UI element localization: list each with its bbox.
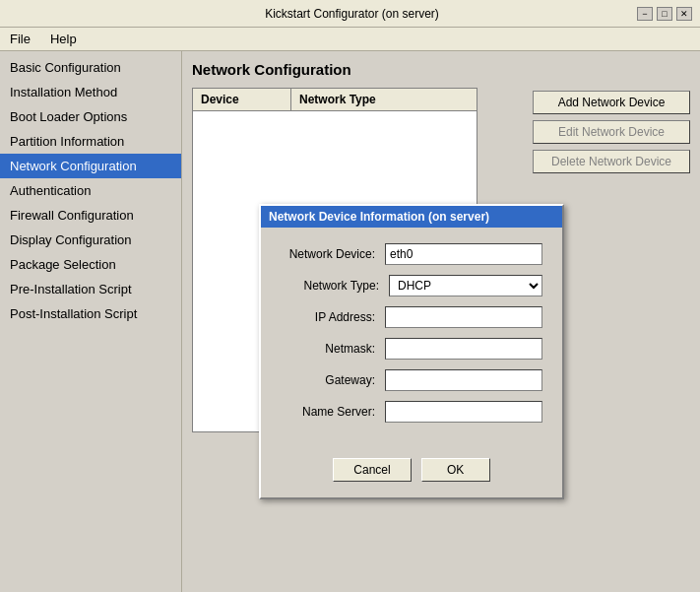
ip-address-label: IP Address: [281,310,385,324]
action-buttons: Add Network Device Edit Network Device D… [533,91,690,173]
edit-network-device-button[interactable]: Edit Network Device [533,120,690,144]
sidebar-item-basic-configuration[interactable]: Basic Configuration [0,55,181,80]
sidebar: Basic Configuration Installation Method … [0,51,182,592]
window-title: Kickstart Configurator (on server) [67,7,637,21]
sidebar-item-boot-loader-options[interactable]: Boot Loader Options [0,104,181,129]
table-header: Device Network Type [193,89,477,111]
title-bar: Kickstart Configurator (on server) − □ ✕ [0,0,700,28]
add-network-device-button[interactable]: Add Network Device [533,91,690,114]
network-device-label: Network Device: [281,247,385,261]
sidebar-item-package-selection[interactable]: Package Selection [0,252,181,277]
delete-network-device-button[interactable]: Delete Network Device [533,150,690,173]
dialog-title: Network Device Information (on server) [261,206,562,228]
close-button[interactable]: ✕ [676,7,692,21]
page-title: Network Configuration [192,61,690,78]
network-device-dialog: Network Device Information (on server) N… [259,204,564,499]
dialog-body: Network Device: Network Type: DHCP Stati… [261,228,562,448]
network-type-label: Network Type: [281,279,389,293]
network-device-row: Network Device: [281,243,542,265]
network-type-row: Network Type: DHCP Static BOOTP [281,275,542,296]
sidebar-item-post-installation-script[interactable]: Post-Installation Script [0,301,181,326]
sidebar-item-partition-information[interactable]: Partition Information [0,129,181,154]
gateway-row: Gateway: [281,369,542,391]
minimize-button[interactable]: − [637,7,653,21]
ok-button[interactable]: OK [421,458,490,482]
content-area: Network Configuration Device Network Typ… [182,51,700,592]
window-controls: − □ ✕ [637,7,692,21]
table-col-network-type: Network Type [291,89,477,110]
cancel-button[interactable]: Cancel [333,458,411,482]
name-server-row: Name Server: [281,401,542,423]
sidebar-item-pre-installation-script[interactable]: Pre-Installation Script [0,277,181,301]
name-server-label: Name Server: [281,405,385,419]
name-server-input[interactable] [385,401,542,423]
sidebar-item-firewall-configuration[interactable]: Firewall Configuration [0,203,181,228]
sidebar-item-authentication[interactable]: Authentication [0,178,181,203]
sidebar-item-installation-method[interactable]: Installation Method [0,80,181,104]
netmask-label: Netmask: [281,342,385,356]
sidebar-item-display-configuration[interactable]: Display Configuration [0,228,181,252]
gateway-input[interactable] [385,369,542,391]
netmask-row: Netmask: [281,338,542,360]
menu-bar: File Help [0,28,700,51]
table-col-device: Device [193,89,291,110]
network-device-input[interactable] [385,243,542,265]
netmask-input[interactable] [385,338,542,360]
ip-address-input[interactable] [385,306,542,328]
menu-file[interactable]: File [4,30,36,48]
maximize-button[interactable]: □ [657,7,672,21]
menu-help[interactable]: Help [44,30,83,48]
sidebar-item-network-configuration[interactable]: Network Configuration [0,154,181,178]
dialog-button-row: Cancel OK [261,448,562,497]
ip-address-row: IP Address: [281,306,542,328]
main-layout: Basic Configuration Installation Method … [0,51,700,592]
network-type-select[interactable]: DHCP Static BOOTP [389,275,542,296]
gateway-label: Gateway: [281,373,385,387]
